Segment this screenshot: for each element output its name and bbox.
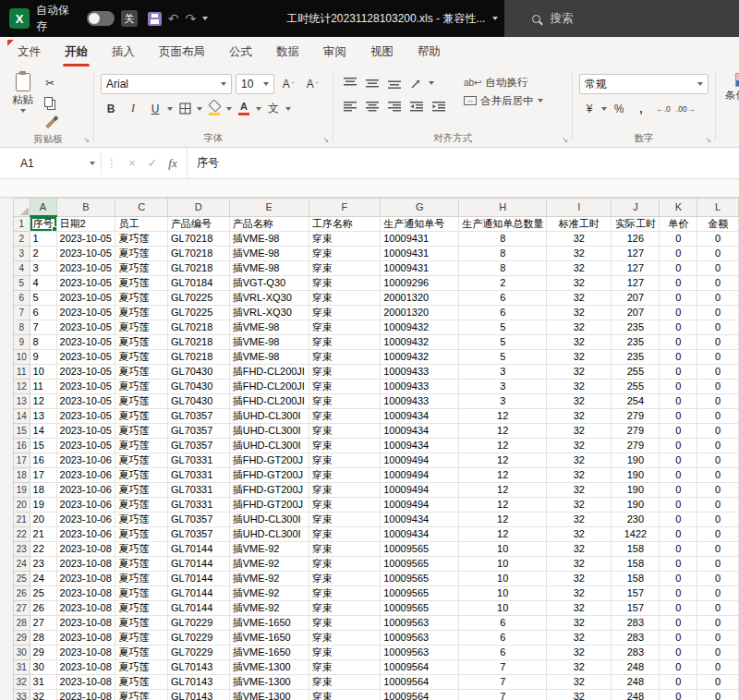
cell-B19[interactable]: 2023-10-06 bbox=[56, 483, 115, 498]
cell-E19[interactable]: 插FHD-GT200J bbox=[229, 483, 309, 498]
cancel-icon[interactable]: × bbox=[122, 156, 142, 170]
cell-B17[interactable]: 2023-10-06 bbox=[56, 453, 115, 468]
cell-D14[interactable]: GL70357 bbox=[167, 409, 229, 424]
cell-L14[interactable]: 0 bbox=[697, 409, 739, 424]
name-box-splitter[interactable]: ⋮ bbox=[102, 157, 122, 170]
cell-L28[interactable]: 0 bbox=[697, 616, 739, 631]
cell-E26[interactable]: 插VME-92 bbox=[229, 586, 309, 601]
italic-button[interactable]: I bbox=[123, 100, 143, 117]
cell-D20[interactable]: GL70331 bbox=[167, 498, 229, 513]
align-middle-button[interactable] bbox=[362, 74, 382, 91]
cell-H11[interactable]: 3 bbox=[459, 365, 547, 380]
borders-chevron-icon[interactable] bbox=[197, 107, 202, 111]
cell-F10[interactable]: 穿束 bbox=[309, 350, 381, 365]
cell-H3[interactable]: 8 bbox=[459, 247, 547, 261]
cell-E2[interactable]: 插VME-98 bbox=[229, 232, 309, 247]
cell-E13[interactable]: 插FHD-CL200JI bbox=[229, 394, 309, 409]
cell-C13[interactable]: 夏巧莲 bbox=[115, 394, 168, 409]
cell-K20[interactable]: 0 bbox=[660, 498, 697, 513]
cell-G13[interactable]: 10009433 bbox=[381, 394, 459, 409]
cell-C8[interactable]: 夏巧莲 bbox=[115, 320, 168, 335]
cell-J27[interactable]: 157 bbox=[612, 601, 660, 616]
cell-G3[interactable]: 10009431 bbox=[381, 247, 459, 261]
cell-H33[interactable]: 7 bbox=[459, 690, 547, 700]
cell-I4[interactable]: 32 bbox=[547, 261, 612, 276]
tab-help[interactable]: 帮助 bbox=[406, 37, 453, 66]
cell-K7[interactable]: 0 bbox=[660, 306, 697, 320]
cell-A19[interactable]: 18 bbox=[30, 483, 56, 498]
cell-B7[interactable]: 2023-10-05 bbox=[56, 306, 115, 320]
decrease-indent-button[interactable] bbox=[406, 97, 427, 115]
cell-H29[interactable]: 6 bbox=[459, 631, 547, 646]
cell-D18[interactable]: GL70331 bbox=[167, 468, 229, 483]
cell-L15[interactable]: 0 bbox=[697, 424, 739, 439]
row-header-1[interactable]: 1 bbox=[14, 216, 30, 232]
cell-H17[interactable]: 12 bbox=[459, 453, 547, 468]
cell-I5[interactable]: 32 bbox=[547, 276, 612, 291]
cell-B23[interactable]: 2023-10-08 bbox=[56, 542, 115, 557]
cell-A27[interactable]: 26 bbox=[30, 601, 56, 616]
cell-J9[interactable]: 235 bbox=[612, 335, 660, 350]
cell-D7[interactable]: GL70225 bbox=[167, 306, 229, 320]
cell-B3[interactable]: 2023-10-05 bbox=[56, 247, 115, 261]
row-header-20[interactable]: 20 bbox=[14, 498, 30, 513]
cell-D1[interactable]: 产品编号 bbox=[167, 216, 229, 232]
accounting-format-button[interactable]: ¥ bbox=[579, 100, 600, 117]
cell-I3[interactable]: 32 bbox=[547, 247, 612, 261]
column-header-D[interactable]: D bbox=[167, 199, 229, 217]
cell-K26[interactable]: 0 bbox=[660, 586, 697, 601]
cell-J13[interactable]: 254 bbox=[612, 394, 660, 409]
cell-B21[interactable]: 2023-10-06 bbox=[56, 513, 115, 527]
font-name-select[interactable]: Arial bbox=[101, 74, 232, 94]
cell-D11[interactable]: GL70430 bbox=[167, 365, 229, 380]
cell-K6[interactable]: 0 bbox=[660, 291, 697, 306]
cell-C21[interactable]: 夏巧莲 bbox=[115, 513, 168, 527]
cell-B28[interactable]: 2023-10-08 bbox=[56, 616, 115, 631]
cell-L8[interactable]: 0 bbox=[697, 320, 739, 335]
cell-H20[interactable]: 12 bbox=[459, 498, 547, 513]
clipboard-dialog-launcher[interactable]: ↘ bbox=[83, 137, 90, 144]
cell-L6[interactable]: 0 bbox=[697, 291, 739, 306]
cell-D28[interactable]: GL70229 bbox=[167, 616, 229, 631]
orientation-button[interactable] bbox=[406, 74, 427, 91]
cell-D33[interactable]: GL70143 bbox=[167, 690, 229, 700]
font-size-select[interactable]: 10 bbox=[236, 74, 274, 94]
enter-icon[interactable]: ✓ bbox=[142, 156, 163, 170]
cell-A13[interactable]: 12 bbox=[30, 394, 56, 409]
cell-J31[interactable]: 248 bbox=[612, 660, 660, 675]
row-header-9[interactable]: 9 bbox=[14, 335, 30, 350]
row-header-23[interactable]: 23 bbox=[14, 542, 30, 557]
cell-A16[interactable]: 15 bbox=[30, 439, 56, 453]
cell-I23[interactable]: 32 bbox=[547, 542, 612, 557]
cell-A33[interactable]: 32 bbox=[30, 690, 56, 700]
cell-B13[interactable]: 2023-10-05 bbox=[56, 394, 115, 409]
cell-J5[interactable]: 127 bbox=[612, 276, 660, 291]
row-header-16[interactable]: 16 bbox=[14, 439, 30, 453]
cell-K24[interactable]: 0 bbox=[660, 557, 697, 572]
cell-B8[interactable]: 2023-10-05 bbox=[56, 320, 115, 335]
row-header-27[interactable]: 27 bbox=[14, 601, 30, 616]
cell-H27[interactable]: 10 bbox=[459, 601, 547, 616]
cell-G19[interactable]: 10009494 bbox=[381, 483, 459, 498]
excel-logo-icon[interactable]: X bbox=[9, 8, 30, 29]
cell-B18[interactable]: 2023-10-06 bbox=[56, 468, 115, 483]
cell-F14[interactable]: 穿束 bbox=[309, 409, 381, 424]
cell-I20[interactable]: 32 bbox=[547, 498, 612, 513]
cell-C1[interactable]: 员工 bbox=[115, 216, 168, 232]
wrap-text-button[interactable]: ab↩ 自动换行 bbox=[460, 73, 547, 91]
cell-K21[interactable]: 0 bbox=[660, 513, 697, 527]
cell-E10[interactable]: 插VME-98 bbox=[229, 350, 309, 365]
cell-J26[interactable]: 157 bbox=[612, 586, 660, 601]
cell-G30[interactable]: 10009563 bbox=[381, 646, 459, 660]
cell-L20[interactable]: 0 bbox=[697, 498, 739, 513]
cell-L23[interactable]: 0 bbox=[697, 542, 739, 557]
cell-F29[interactable]: 穿束 bbox=[309, 631, 381, 646]
cell-B10[interactable]: 2023-10-05 bbox=[56, 350, 115, 365]
underline-button[interactable]: U bbox=[145, 100, 165, 117]
row-header-25[interactable]: 25 bbox=[14, 572, 30, 586]
cell-C10[interactable]: 夏巧莲 bbox=[115, 350, 168, 365]
cell-A21[interactable]: 20 bbox=[30, 513, 56, 527]
cell-E6[interactable]: 插VRL-XQ30 bbox=[229, 291, 309, 306]
cell-A9[interactable]: 8 bbox=[30, 335, 56, 350]
merge-center-button[interactable]: ↔ 合并后居中 bbox=[460, 91, 547, 110]
